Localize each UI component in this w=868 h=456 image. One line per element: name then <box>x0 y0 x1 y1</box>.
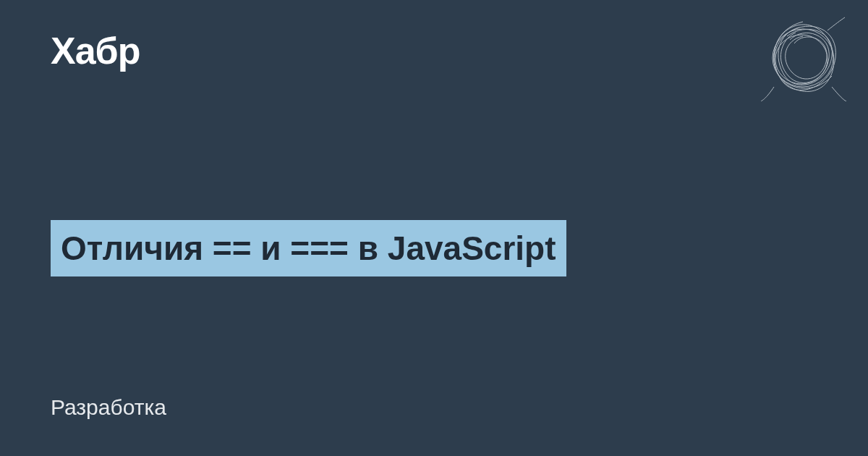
svg-point-1 <box>775 35 827 84</box>
title-area: Отличия == и === в JavaScript <box>51 101 817 395</box>
scribble-icon <box>760 14 846 101</box>
header: Хабр <box>51 29 817 72</box>
site-logo: Хабр <box>51 29 140 72</box>
category-label: Разработка <box>51 395 817 420</box>
og-card: Хабр Отличия == и === в JavaScript Разра… <box>0 0 868 456</box>
article-title: Отличия == и === в JavaScript <box>51 220 566 277</box>
